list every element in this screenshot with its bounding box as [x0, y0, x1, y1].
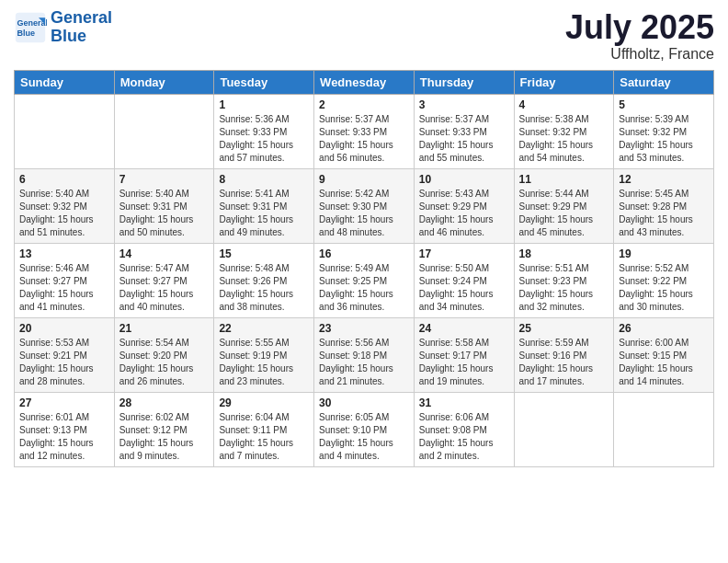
- table-row: 9 Sunrise: 5:42 AMSunset: 9:30 PMDayligh…: [314, 168, 415, 243]
- table-row: 18 Sunrise: 5:51 AMSunset: 9:23 PMDaylig…: [514, 243, 614, 317]
- day-number: 30: [319, 396, 409, 409]
- logo-icon: General Blue: [14, 11, 47, 44]
- week-row-0: 1 Sunrise: 5:36 AMSunset: 9:33 PMDayligh…: [15, 94, 714, 168]
- day-detail: Sunrise: 5:40 AMSunset: 9:32 PMDaylight:…: [19, 188, 109, 239]
- day-number: 20: [19, 322, 109, 335]
- day-number: 4: [519, 98, 609, 111]
- day-detail: Sunrise: 6:04 AMSunset: 9:11 PMDaylight:…: [219, 411, 309, 463]
- day-number: 13: [19, 247, 109, 260]
- table-row: 16 Sunrise: 5:49 AMSunset: 9:25 PMDaylig…: [314, 243, 415, 317]
- day-number: 28: [119, 396, 210, 409]
- day-number: 27: [19, 396, 109, 409]
- table-row: 7 Sunrise: 5:40 AMSunset: 9:31 PMDayligh…: [114, 168, 214, 243]
- day-number: 31: [419, 396, 509, 409]
- day-detail: Sunrise: 5:44 AMSunset: 9:29 PMDaylight:…: [519, 188, 609, 239]
- day-number: 15: [219, 247, 309, 260]
- day-number: 17: [419, 247, 509, 260]
- day-number: 18: [519, 247, 609, 260]
- header-wednesday: Wednesday: [314, 70, 415, 94]
- day-number: 29: [219, 396, 309, 409]
- day-number: 23: [319, 322, 409, 335]
- table-row: [114, 94, 214, 168]
- day-detail: Sunrise: 5:48 AMSunset: 9:26 PMDaylight:…: [219, 262, 309, 314]
- day-number: 1: [219, 98, 309, 111]
- table-row: 8 Sunrise: 5:41 AMSunset: 9:31 PMDayligh…: [214, 168, 314, 243]
- day-detail: Sunrise: 5:55 AMSunset: 9:19 PMDaylight:…: [219, 337, 309, 388]
- table-row: 4 Sunrise: 5:38 AMSunset: 9:32 PMDayligh…: [514, 94, 614, 168]
- table-row: 1 Sunrise: 5:36 AMSunset: 9:33 PMDayligh…: [214, 94, 314, 168]
- day-detail: Sunrise: 5:49 AMSunset: 9:25 PMDaylight:…: [319, 262, 409, 314]
- day-number: 24: [419, 322, 509, 335]
- table-row: 26 Sunrise: 6:00 AMSunset: 9:15 PMDaylig…: [614, 317, 714, 392]
- weekday-header-row: Sunday Monday Tuesday Wednesday Thursday…: [15, 70, 714, 94]
- table-row: 24 Sunrise: 5:58 AMSunset: 9:17 PMDaylig…: [414, 317, 514, 392]
- table-row: 30 Sunrise: 6:05 AMSunset: 9:10 PMDaylig…: [314, 392, 415, 466]
- table-row: 29 Sunrise: 6:04 AMSunset: 9:11 PMDaylig…: [214, 392, 314, 466]
- day-detail: Sunrise: 5:37 AMSunset: 9:33 PMDaylight:…: [319, 113, 409, 165]
- table-row: 5 Sunrise: 5:39 AMSunset: 9:32 PMDayligh…: [614, 94, 714, 168]
- table-row: 10 Sunrise: 5:43 AMSunset: 9:29 PMDaylig…: [414, 168, 514, 243]
- table-row: 12 Sunrise: 5:45 AMSunset: 9:28 PMDaylig…: [614, 168, 714, 243]
- table-row: 22 Sunrise: 5:55 AMSunset: 9:19 PMDaylig…: [214, 317, 314, 392]
- header-thursday: Thursday: [414, 70, 514, 94]
- day-detail: Sunrise: 5:53 AMSunset: 9:21 PMDaylight:…: [19, 337, 109, 388]
- header: General Blue GeneralBlue July 2025 Uffho…: [14, 9, 714, 63]
- day-detail: Sunrise: 5:40 AMSunset: 9:31 PMDaylight:…: [119, 188, 210, 239]
- day-number: 14: [119, 247, 210, 260]
- header-monday: Monday: [114, 70, 214, 94]
- day-detail: Sunrise: 5:45 AMSunset: 9:28 PMDaylight:…: [619, 188, 709, 239]
- page: General Blue GeneralBlue July 2025 Uffho…: [0, 0, 728, 563]
- day-number: 22: [219, 322, 309, 335]
- table-row: [514, 392, 614, 466]
- day-number: 9: [319, 173, 409, 186]
- table-row: 28 Sunrise: 6:02 AMSunset: 9:12 PMDaylig…: [114, 392, 214, 466]
- day-detail: Sunrise: 5:42 AMSunset: 9:30 PMDaylight:…: [319, 188, 409, 239]
- day-detail: Sunrise: 5:38 AMSunset: 9:32 PMDaylight:…: [519, 113, 609, 165]
- day-detail: Sunrise: 5:47 AMSunset: 9:27 PMDaylight:…: [119, 262, 210, 314]
- day-detail: Sunrise: 5:50 AMSunset: 9:24 PMDaylight:…: [419, 262, 509, 314]
- table-row: 13 Sunrise: 5:46 AMSunset: 9:27 PMDaylig…: [15, 243, 115, 317]
- day-detail: Sunrise: 5:41 AMSunset: 9:31 PMDaylight:…: [219, 188, 309, 239]
- calendar-table: Sunday Monday Tuesday Wednesday Thursday…: [14, 70, 714, 467]
- day-detail: Sunrise: 5:59 AMSunset: 9:16 PMDaylight:…: [519, 337, 609, 388]
- title-block: July 2025 Uffholtz, France: [565, 9, 714, 63]
- day-number: 25: [519, 322, 609, 335]
- table-row: 14 Sunrise: 5:47 AMSunset: 9:27 PMDaylig…: [114, 243, 214, 317]
- location-title: Uffholtz, France: [565, 46, 714, 63]
- table-row: [614, 392, 714, 466]
- day-number: 8: [219, 173, 309, 186]
- week-row-2: 13 Sunrise: 5:46 AMSunset: 9:27 PMDaylig…: [15, 243, 714, 317]
- header-sunday: Sunday: [15, 70, 115, 94]
- day-number: 12: [619, 173, 709, 186]
- week-row-3: 20 Sunrise: 5:53 AMSunset: 9:21 PMDaylig…: [15, 317, 714, 392]
- day-number: 6: [19, 173, 109, 186]
- table-row: 19 Sunrise: 5:52 AMSunset: 9:22 PMDaylig…: [614, 243, 714, 317]
- day-number: 21: [119, 322, 210, 335]
- day-number: 7: [119, 173, 210, 186]
- day-detail: Sunrise: 6:05 AMSunset: 9:10 PMDaylight:…: [319, 411, 409, 463]
- svg-text:Blue: Blue: [17, 29, 36, 38]
- table-row: 25 Sunrise: 5:59 AMSunset: 9:16 PMDaylig…: [514, 317, 614, 392]
- table-row: 3 Sunrise: 5:37 AMSunset: 9:33 PMDayligh…: [414, 94, 514, 168]
- day-number: 3: [419, 98, 509, 111]
- header-tuesday: Tuesday: [214, 70, 314, 94]
- week-row-1: 6 Sunrise: 5:40 AMSunset: 9:32 PMDayligh…: [15, 168, 714, 243]
- day-detail: Sunrise: 5:36 AMSunset: 9:33 PMDaylight:…: [219, 113, 309, 165]
- day-detail: Sunrise: 5:39 AMSunset: 9:32 PMDaylight:…: [619, 113, 709, 165]
- table-row: [15, 94, 115, 168]
- day-detail: Sunrise: 6:02 AMSunset: 9:12 PMDaylight:…: [119, 411, 210, 463]
- month-title: July 2025: [565, 9, 714, 46]
- table-row: 6 Sunrise: 5:40 AMSunset: 9:32 PMDayligh…: [15, 168, 115, 243]
- table-row: 2 Sunrise: 5:37 AMSunset: 9:33 PMDayligh…: [314, 94, 415, 168]
- day-detail: Sunrise: 5:51 AMSunset: 9:23 PMDaylight:…: [519, 262, 609, 314]
- header-friday: Friday: [514, 70, 614, 94]
- header-saturday: Saturday: [614, 70, 714, 94]
- table-row: 11 Sunrise: 5:44 AMSunset: 9:29 PMDaylig…: [514, 168, 614, 243]
- logo-text: GeneralBlue: [51, 9, 112, 46]
- day-detail: Sunrise: 6:06 AMSunset: 9:08 PMDaylight:…: [419, 411, 509, 463]
- table-row: 17 Sunrise: 5:50 AMSunset: 9:24 PMDaylig…: [414, 243, 514, 317]
- day-number: 2: [319, 98, 409, 111]
- day-number: 19: [619, 247, 709, 260]
- day-detail: Sunrise: 5:52 AMSunset: 9:22 PMDaylight:…: [619, 262, 709, 314]
- day-number: 5: [619, 98, 709, 111]
